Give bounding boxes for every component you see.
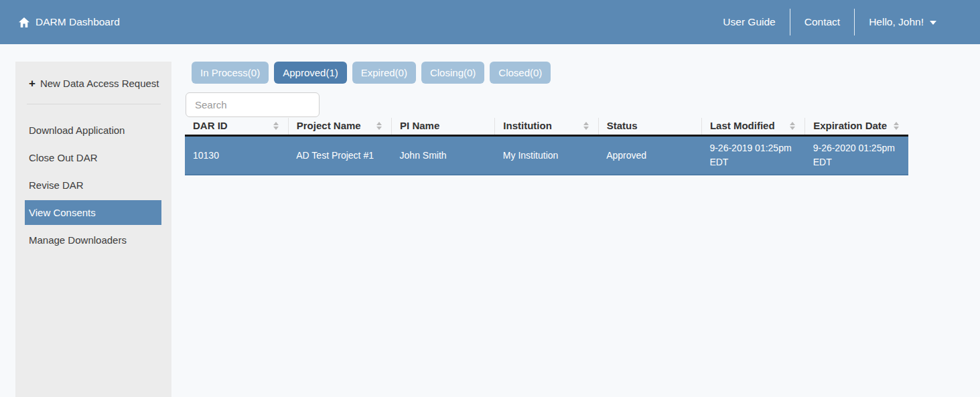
user-greeting: Hello, John! (869, 16, 924, 28)
top-navbar: DARM Dashboard User Guide Contact Hello,… (0, 0, 980, 44)
new-request-label: New Data Access Request (40, 78, 159, 89)
main-content: In Process(0) Approved(1) Expired(0) Clo… (185, 62, 908, 84)
column-label: Expiration Date (813, 120, 887, 131)
sidebar: + New Data Access Request Download Appli… (15, 62, 171, 397)
sidebar-menu: Download Application Close Out DAR Revis… (25, 118, 161, 252)
column-label: Institution (503, 120, 551, 131)
tab-expired[interactable]: Expired(0) (352, 62, 416, 84)
column-header-dar-id[interactable]: DAR ID (185, 118, 288, 136)
cell-pi-name: John Smith (392, 136, 495, 175)
column-label: Last Modified (710, 120, 775, 131)
column-label: Status (607, 120, 638, 131)
tab-closed[interactable]: Closed(0) (490, 62, 551, 84)
status-filter-tabs: In Process(0) Approved(1) Expired(0) Clo… (192, 62, 908, 84)
sort-icon[interactable] (376, 122, 382, 130)
plus-icon: + (29, 78, 36, 89)
column-label: PI Name (400, 120, 439, 131)
sort-icon[interactable] (790, 122, 795, 130)
table-header-row: DAR ID Project Name PI Name Institution … (185, 118, 908, 136)
nav-contact-link[interactable]: Contact (790, 9, 854, 35)
brand-home-link[interactable]: DARM Dashboard (19, 16, 120, 28)
cell-dar-id: 10130 (185, 136, 288, 175)
column-header-pi-name[interactable]: PI Name (392, 118, 495, 136)
sidebar-item-view-consents[interactable]: View Consents (25, 200, 161, 225)
user-menu[interactable]: Hello, John! (855, 9, 951, 35)
sidebar-item-download-application[interactable]: Download Application (25, 118, 161, 143)
tab-in-process[interactable]: In Process(0) (192, 62, 269, 84)
tab-approved[interactable]: Approved(1) (274, 62, 347, 84)
column-label: DAR ID (193, 120, 228, 131)
cell-last-modified: 9-26-2019 01:25pm EDT (701, 136, 804, 175)
sidebar-item-manage-downloaders[interactable]: Manage Downloaders (25, 228, 161, 252)
sidebar-item-revise-dar[interactable]: Revise DAR (25, 173, 161, 197)
sidebar-item-close-out-dar[interactable]: Close Out DAR (25, 145, 161, 170)
new-data-access-request-button[interactable]: + New Data Access Request (15, 78, 171, 89)
home-icon (19, 17, 29, 27)
chevron-down-icon (930, 21, 936, 25)
cell-project-name: AD Test Project #1 (288, 136, 391, 175)
column-header-expiration-date[interactable]: Expiration Date (805, 118, 908, 136)
tab-closing[interactable]: Closing(0) (421, 62, 484, 84)
column-header-project-name[interactable]: Project Name (288, 118, 391, 136)
sort-icon[interactable] (894, 122, 899, 130)
table-row[interactable]: 10130 AD Test Project #1 John Smith My I… (185, 136, 908, 175)
dar-table: DAR ID Project Name PI Name Institution … (185, 118, 908, 175)
cell-status: Approved (598, 136, 701, 175)
navbar-links: User Guide Contact Hello, John! (709, 9, 951, 35)
cell-institution: My Institution (495, 136, 598, 175)
sort-icon[interactable] (273, 122, 279, 130)
sidebar-divider (27, 104, 161, 104)
column-header-status[interactable]: Status (598, 118, 701, 136)
cell-expiration-date: 9-26-2020 01:25pm EDT (805, 136, 908, 175)
column-label: Project Name (297, 120, 361, 131)
search-input[interactable] (186, 92, 320, 117)
column-header-institution[interactable]: Institution (495, 118, 598, 136)
column-header-last-modified[interactable]: Last Modified (701, 118, 804, 136)
nav-user-guide-link[interactable]: User Guide (709, 9, 789, 35)
sort-icon[interactable] (583, 122, 589, 130)
brand-label: DARM Dashboard (36, 16, 120, 28)
